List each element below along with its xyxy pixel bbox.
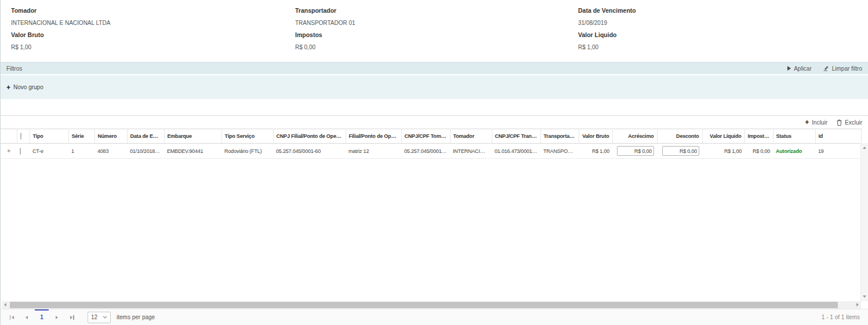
- cell-id: 19: [815, 144, 861, 159]
- apply-icon: [787, 66, 791, 71]
- cell-value: 01/10/2018 11:...: [130, 148, 164, 154]
- cte-grid: TipoSérieNúmeroData de Emis...EmbarqueTi…: [1, 129, 862, 159]
- cell-tipo-servico: Rodoviário (FTL): [221, 144, 273, 159]
- filters-bar: Filtros Aplicar Limpar filtro: [1, 62, 868, 75]
- col-header-valor-bruto[interactable]: Valor Bruto: [579, 129, 612, 144]
- cell-value: R$ 0,00: [753, 148, 770, 154]
- col-header-tipo[interactable]: Tipo: [30, 129, 68, 144]
- scroll-left-icon[interactable]: [4, 303, 6, 306]
- row-checkbox[interactable]: [20, 148, 21, 155]
- cell-data-emissao: 01/10/2018 11:...: [127, 144, 164, 159]
- cell-embarque: EMBDEV.90441: [164, 144, 221, 159]
- col-header-embarque[interactable]: Embarque: [164, 129, 221, 144]
- col-header-tomador[interactable]: Tomador: [450, 129, 492, 144]
- trash-icon: [837, 119, 842, 126]
- cell-numero: 4083: [95, 144, 127, 159]
- col-header-label: Série: [72, 133, 84, 139]
- last-page-icon: [70, 316, 72, 319]
- col-header-valor-liquido[interactable]: Valor Líquido: [702, 129, 744, 144]
- first-page-button[interactable]: [4, 309, 19, 325]
- valor-liquido-label: Valor Liquido: [578, 31, 862, 38]
- include-button[interactable]: + Incluir: [805, 119, 827, 126]
- col-header-transportador[interactable]: Transportador: [540, 129, 579, 144]
- cell-valor-liquido: R$ 1,00: [702, 144, 744, 159]
- summary-column-1: Tomador INTERNACIONAL E NACIONAL LTDA Va…: [11, 7, 295, 60]
- cell-value: 01.016.473/0001-40: [495, 148, 539, 154]
- exclude-button[interactable]: Excluir: [837, 119, 862, 126]
- desconto-input[interactable]: [662, 146, 699, 156]
- cell-acrescimo: [612, 144, 657, 159]
- col-header-id[interactable]: Id: [815, 129, 861, 144]
- col-header-serie[interactable]: Série: [68, 129, 95, 144]
- select-all-checkbox[interactable]: [20, 133, 21, 140]
- col-header-impostos[interactable]: Impostos: [744, 129, 773, 144]
- col-header-label: CNPJ/CPF Transp...: [495, 133, 541, 139]
- col-header-filial-ponto-operacao[interactable]: Filial/Ponto de Operação: [346, 129, 401, 144]
- transportador-label: Transportador: [295, 7, 578, 14]
- previous-page-icon: [26, 316, 28, 319]
- current-page-button[interactable]: 1: [34, 309, 49, 325]
- horizontal-scrollbar[interactable]: [2, 301, 861, 309]
- page-size-select[interactable]: 12: [88, 312, 111, 323]
- next-page-button[interactable]: [49, 309, 64, 325]
- col-header-desconto[interactable]: Desconto: [657, 129, 702, 144]
- cell-valor-bruto: R$ 1,00: [579, 144, 612, 159]
- cell-value: Rodoviário (FTL): [224, 148, 262, 154]
- apply-filter-button[interactable]: Aplicar: [787, 65, 812, 72]
- col-header-status[interactable]: Status: [773, 129, 815, 144]
- transportador-value: TRANSPORTADOR 01: [295, 20, 578, 26]
- data-vencimento-value: 31/08/2019: [578, 20, 862, 26]
- col-header-acrescimo[interactable]: Acréscimo: [612, 129, 657, 144]
- horizontal-scrollbar-thumb[interactable]: [10, 302, 838, 308]
- col-header-label: Embarque: [168, 133, 192, 139]
- scroll-up-icon[interactable]: [863, 147, 866, 149]
- cell-cnpj-cpf-transportador: 01.016.473/0001-40: [492, 144, 540, 159]
- col-header-cnpj-cpf-tomador[interactable]: CNPJ/CPF Tomad...: [401, 129, 450, 144]
- col-header-expand: [1, 129, 17, 144]
- cell-value: INTERNACIONAL E...: [453, 148, 492, 154]
- document-summary: Tomador INTERNACIONAL E NACIONAL LTDA Va…: [1, 0, 868, 60]
- include-label: Incluir: [812, 119, 827, 126]
- vertical-scrollbar[interactable]: [860, 143, 868, 301]
- col-header-label: Número: [98, 133, 117, 139]
- col-header-data-emissao[interactable]: Data de Emis...: [127, 129, 164, 144]
- status-badge: Autorizado: [776, 148, 802, 154]
- previous-page-button[interactable]: [19, 309, 34, 325]
- col-header-label: Impostos: [748, 133, 770, 139]
- scroll-right-icon[interactable]: [856, 303, 859, 306]
- col-header-cnpj-filial-ponto-operacao[interactable]: CNPJ Filial/Ponto de Operação: [273, 129, 346, 144]
- acrescimo-input[interactable]: [617, 146, 654, 156]
- apply-filter-label: Aplicar: [794, 65, 812, 72]
- col-header-select[interactable]: [17, 129, 30, 144]
- col-header-label: Tipo Serviço: [225, 133, 255, 139]
- new-group-button[interactable]: + Novo grupo: [6, 84, 43, 91]
- clear-filter-button[interactable]: Limpar filtro: [822, 65, 862, 72]
- new-group-label: Novo grupo: [13, 84, 43, 90]
- col-header-label: Valor Líquido: [710, 133, 741, 139]
- filters-title: Filtros: [6, 65, 22, 72]
- cell-expand: +: [1, 144, 17, 159]
- clear-filter-label: Limpar filtro: [832, 65, 862, 72]
- data-vencimento-label: Data de Vencimento: [578, 7, 862, 14]
- table-row: +CT-e1408301/10/2018 11:...EMBDEV.90441R…: [1, 144, 861, 159]
- next-page-icon: [56, 316, 58, 319]
- valor-liquido-value: R$ 1,00: [578, 44, 862, 50]
- cell-serie: 1: [68, 144, 95, 159]
- valor-bruto-value: R$ 1,00: [11, 44, 295, 50]
- cell-value: R$ 1,00: [592, 148, 609, 154]
- cell-filial-ponto-operacao: matriz 12: [346, 144, 401, 159]
- cell-desconto: [657, 144, 702, 159]
- col-header-label: Valor Bruto: [582, 133, 609, 139]
- items-per-page-label: items per page: [117, 314, 155, 320]
- col-header-label: Tipo: [33, 133, 43, 139]
- col-header-cnpj-cpf-transportador[interactable]: CNPJ/CPF Transp...: [492, 129, 540, 144]
- last-page-button[interactable]: [64, 309, 79, 325]
- expand-row-icon[interactable]: +: [3, 148, 14, 154]
- col-header-label: Data de Emis...: [130, 133, 165, 139]
- cell-cnpj-cpf-tomador: 05.257.045/0001-60: [401, 144, 450, 159]
- scroll-down-icon[interactable]: [863, 295, 866, 298]
- pager: 1 12 items per page 1 - 1 of 1 items: [1, 309, 868, 325]
- col-header-numero[interactable]: Número: [95, 129, 127, 144]
- cell-select: [17, 144, 30, 159]
- col-header-tipo-servico[interactable]: Tipo Serviço: [221, 129, 273, 144]
